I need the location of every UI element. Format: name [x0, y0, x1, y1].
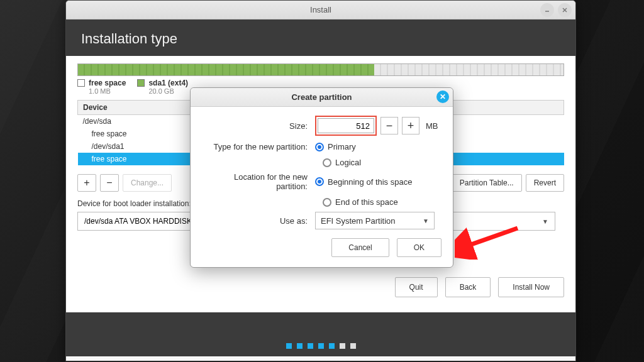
size-highlight: [315, 116, 377, 136]
new-partition-table-button[interactable]: Partition Table...: [452, 174, 522, 192]
pager-dot[interactable]: [340, 343, 345, 349]
legend-item: sda1 (ext4)20.0 GB: [137, 79, 188, 95]
legend-swatch: [137, 79, 145, 87]
legend-item: free space1.0 MB: [77, 79, 126, 95]
radio-begin[interactable]: [315, 177, 324, 186]
pager-dot[interactable]: [318, 343, 324, 349]
remove-partition-button[interactable]: −: [100, 174, 119, 192]
titlebar: Install: [66, 1, 575, 19]
radio-end[interactable]: [323, 198, 331, 207]
step-pager: [66, 343, 575, 349]
useas-value: EFI System Partition: [321, 216, 395, 226]
disk-usage-bar: [77, 63, 564, 76]
pager-dot[interactable]: [329, 343, 335, 349]
pager-dot[interactable]: [297, 343, 303, 349]
radio-primary[interactable]: [315, 143, 324, 151]
ok-button[interactable]: OK: [397, 238, 441, 257]
legend-sub: 20.0 GB: [148, 87, 188, 95]
quit-button[interactable]: Quit: [395, 277, 438, 297]
useas-select[interactable]: EFI System Partition ▼: [315, 212, 435, 229]
change-partition-button[interactable]: Change...: [123, 174, 172, 192]
radio-primary-label: Primary: [328, 142, 356, 151]
useas-label: Use as:: [202, 216, 315, 226]
disk-segment-sda1: [78, 64, 374, 75]
pager-dot[interactable]: [308, 343, 313, 349]
pager-dot[interactable]: [286, 343, 292, 349]
type-label: Type for the new partition:: [202, 142, 315, 151]
radio-logical[interactable]: [323, 158, 331, 167]
wizard-footer: Quit Back Install Now: [395, 277, 564, 297]
size-decrement-button[interactable]: −: [380, 117, 398, 134]
chevron-down-icon: ▼: [542, 218, 548, 225]
chevron-down-icon: ▼: [423, 217, 429, 224]
legend-label: free space: [89, 79, 126, 87]
dialog-title-text: Create partition: [291, 92, 352, 102]
pager-dot[interactable]: [350, 343, 356, 349]
radio-logical-label: Logical: [335, 158, 361, 167]
revert-button[interactable]: Revert: [526, 174, 564, 192]
dialog-title: Create partition ✕: [191, 88, 453, 107]
legend-swatch: [77, 79, 85, 87]
page-heading: Installation type: [66, 19, 575, 56]
minimize-button[interactable]: [540, 3, 554, 17]
size-input[interactable]: [318, 118, 374, 133]
size-label: Size:: [202, 121, 315, 131]
install-now-button[interactable]: Install Now: [498, 277, 564, 297]
window-title: Install: [310, 5, 331, 14]
add-partition-button[interactable]: +: [77, 174, 96, 192]
legend-sub: 1.0 MB: [89, 87, 126, 95]
size-increment-button[interactable]: +: [402, 117, 419, 134]
bootloader-value: /dev/sda ATA VBOX HARDDISK: [84, 217, 192, 226]
legend-label: sda1 (ext4): [148, 79, 188, 87]
close-button[interactable]: [558, 3, 572, 17]
bottom-band: [66, 312, 575, 356]
cancel-button[interactable]: Cancel: [331, 238, 389, 257]
radio-begin-label: Beginning of this space: [328, 177, 412, 187]
radio-end-label: End of this space: [335, 197, 398, 207]
dialog-close-button[interactable]: ✕: [436, 90, 449, 103]
back-button[interactable]: Back: [445, 277, 491, 297]
disk-segment-free: [374, 64, 564, 75]
create-partition-dialog: Create partition ✕ Size: − + MB Type for…: [190, 87, 453, 268]
location-label: Location for the new partition:: [202, 172, 315, 191]
size-unit: MB: [426, 121, 438, 131]
